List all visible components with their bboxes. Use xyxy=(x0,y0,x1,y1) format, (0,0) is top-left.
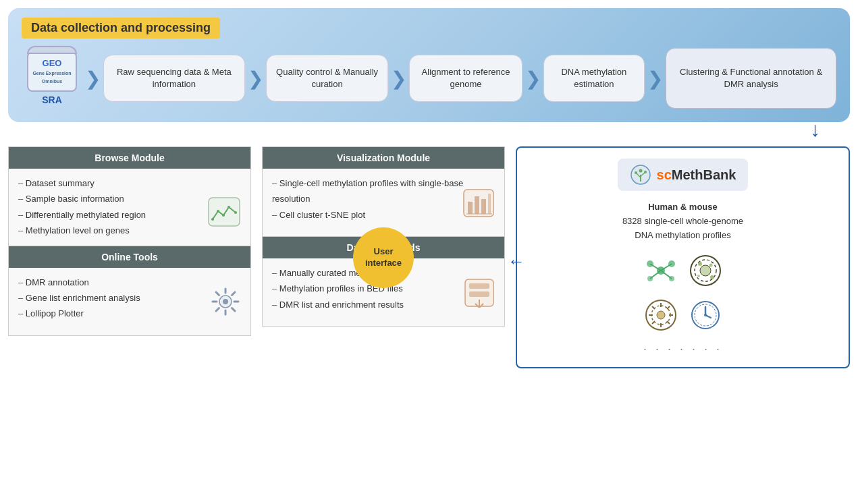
svg-point-4 xyxy=(227,206,230,208)
pipeline-step-1: Raw sequencing data & Meta information xyxy=(103,55,245,102)
down-arrow: ↓ xyxy=(810,118,820,141)
online-tools-item-2: Gene list enrichment analysis xyxy=(18,290,241,306)
geo-sra-source: GEO Gene Expression Omnibus SRA xyxy=(22,51,82,105)
svg-rect-16 xyxy=(468,202,473,214)
browse-module: Browse Module Dataset summary Sample bas… xyxy=(8,146,251,246)
online-tools-content: DMR annotation Gene list enrichment anal… xyxy=(9,268,250,335)
scmethbank-name: scMethBank xyxy=(657,167,736,183)
browse-module-content: Dataset summary Sample basic information… xyxy=(9,169,250,246)
pipeline-step-2: Quality control & Manually curation xyxy=(266,55,389,102)
svg-point-31 xyxy=(644,171,647,173)
bottom-section: Browse Module Dataset summary Sample bas… xyxy=(8,146,850,368)
left-arrow-indicator: ← xyxy=(508,251,525,272)
center-column: Visualization Module Single-cell methyla… xyxy=(262,146,505,368)
sra-label: SRA xyxy=(42,94,62,105)
svg-point-45 xyxy=(709,264,712,267)
svg-point-30 xyxy=(635,171,637,174)
scmethbank-logo: scMethBank xyxy=(618,159,749,191)
gear-icon xyxy=(210,286,241,329)
online-tools-item-1: DMR annotation xyxy=(18,275,241,290)
svg-point-46 xyxy=(697,275,700,277)
svg-point-3 xyxy=(222,214,225,217)
pipeline-step-5: Clustering & Functional annotation & DMR… xyxy=(666,48,836,109)
online-tools-item-3: Lollipop Plotter xyxy=(18,306,241,321)
svg-rect-23 xyxy=(469,291,489,297)
browse-module-header: Browse Module xyxy=(9,147,250,169)
svg-rect-17 xyxy=(475,196,479,214)
visualization-module-content: Single-cell methylation profiles with si… xyxy=(263,169,504,236)
cell-circle-icon xyxy=(688,253,723,288)
visualization-module-list: Single-cell methylation profiles with si… xyxy=(272,175,495,223)
download-icon xyxy=(464,278,495,319)
svg-line-57 xyxy=(667,306,670,309)
pipeline-flow: GEO Gene Expression Omnibus SRA ❯ Raw se… xyxy=(22,48,836,109)
geo-cylinder: GEO Gene Expression Omnibus xyxy=(27,51,77,92)
scmethbank-tree-icon xyxy=(630,164,651,186)
ornament-gear-icon xyxy=(643,298,678,333)
clock-icon xyxy=(689,299,722,331)
svg-point-5 xyxy=(234,211,237,214)
online-tools-list: DMR annotation Gene list enrichment anal… xyxy=(18,275,241,322)
svg-point-63 xyxy=(704,314,707,316)
geo-logo: GEO Gene Expression Omnibus xyxy=(28,58,76,85)
svg-point-6 xyxy=(223,299,228,304)
svg-line-12 xyxy=(232,308,236,311)
left-column: Browse Module Dataset summary Sample bas… xyxy=(8,146,251,368)
geo-subtitle: Gene Expression Omnibus xyxy=(32,71,71,84)
dots-indicator: · · · · · · · xyxy=(643,342,722,356)
pipeline-section: Data collection and processing GEO Gene … xyxy=(8,8,850,122)
visualization-item-2: Cell cluster t-SNE plot xyxy=(272,207,495,223)
pipeline-step-4: DNA methylation estimation xyxy=(543,55,645,102)
arrow-4: ❯ xyxy=(525,67,541,90)
user-interface-circle: User interface xyxy=(353,227,414,288)
svg-point-50 xyxy=(657,311,665,319)
svg-line-55 xyxy=(652,306,655,309)
svg-line-39 xyxy=(650,271,661,279)
pipeline-step-3: Alignment to reference genome xyxy=(409,55,522,102)
svg-rect-22 xyxy=(469,283,489,289)
scmethbank-icons-grid: · · · · · · · xyxy=(643,253,723,356)
scmethbank-description: Human & mouse 8328 single-cell whole-gen… xyxy=(622,200,743,242)
svg-point-29 xyxy=(639,169,642,173)
svg-point-1 xyxy=(211,218,214,221)
svg-line-58 xyxy=(652,321,655,324)
svg-line-11 xyxy=(216,292,219,296)
arrow-3: ❯ xyxy=(391,67,406,90)
browse-chart-icon xyxy=(207,196,241,239)
svg-point-43 xyxy=(700,265,711,276)
svg-rect-19 xyxy=(488,194,491,214)
arrow-2: ❯ xyxy=(248,67,263,90)
visualization-item-1: Single-cell methylation profiles with si… xyxy=(272,175,495,207)
arrow-5: ❯ xyxy=(647,67,663,90)
bar-chart-icon xyxy=(462,188,495,229)
svg-rect-18 xyxy=(481,199,486,214)
online-tools-header: Online Tools xyxy=(9,246,250,268)
right-column: scMethBank Human & mouse 8328 single-cel… xyxy=(516,146,850,368)
visualization-module: Visualization Module Single-cell methyla… xyxy=(262,146,505,237)
data-downloads-item-3: DMR list and enrichment results xyxy=(272,297,495,312)
scmethbank-box: scMethBank Human & mouse 8328 single-cel… xyxy=(516,146,850,368)
arrow-1: ❯ xyxy=(85,67,101,90)
browse-item-1: Dataset summary xyxy=(18,175,241,191)
svg-line-13 xyxy=(232,292,236,296)
svg-line-14 xyxy=(216,308,219,311)
svg-point-47 xyxy=(710,275,714,279)
online-tools-module: Online Tools DMR annotation Gene list en… xyxy=(8,246,251,336)
svg-line-56 xyxy=(667,321,670,324)
svg-point-44 xyxy=(698,262,702,266)
svg-point-2 xyxy=(217,210,219,213)
visualization-module-header: Visualization Module xyxy=(263,147,504,169)
molecule-network-icon xyxy=(643,253,678,288)
cylinder-top xyxy=(27,46,77,54)
section-title: Data collection and processing xyxy=(22,18,220,38)
svg-line-40 xyxy=(661,271,672,279)
